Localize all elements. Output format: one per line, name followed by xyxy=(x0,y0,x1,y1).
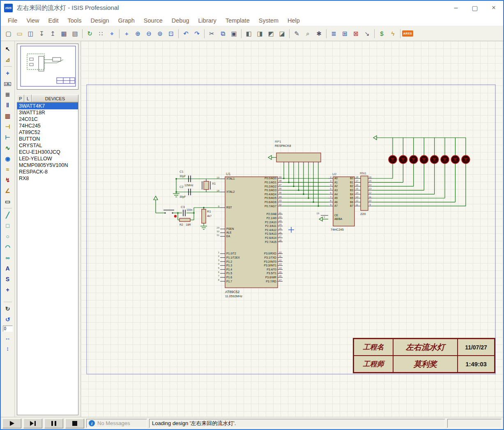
find-part-button[interactable]: ⌕ xyxy=(303,28,313,39)
rotate-clockwise-button[interactable]: ↻ xyxy=(3,304,13,314)
device-list-item[interactable]: 3WATT18R xyxy=(17,109,78,116)
block-delete-button[interactable]: ◪ xyxy=(277,28,287,39)
block-rotate-button[interactable]: ◩ xyxy=(266,28,276,39)
junction-dot-mode-button[interactable]: + xyxy=(3,68,13,78)
pan-tool-button[interactable]: + xyxy=(122,28,132,39)
current-probe-mode-button[interactable]: ∠ xyxy=(3,186,13,196)
sim-play-button[interactable] xyxy=(2,418,21,428)
zoom-area-button[interactable]: ⊡ xyxy=(166,28,176,39)
path-2d-button[interactable]: ∞ xyxy=(3,253,13,263)
message-panel[interactable]: i No Messages xyxy=(86,419,147,428)
device-list-item[interactable]: LED-YELLOW xyxy=(17,155,78,162)
line-2d-button[interactable]: ╱ xyxy=(3,210,13,220)
menu-item-file[interactable]: File xyxy=(3,16,22,25)
mirror-vertical-button[interactable]: ↕ xyxy=(3,344,13,354)
menu-item-design[interactable]: Design xyxy=(86,16,113,25)
print-button[interactable]: ▦ xyxy=(59,28,69,39)
selection-mode-button[interactable]: ↖ xyxy=(3,44,13,54)
menu-item-tools[interactable]: Tools xyxy=(63,16,86,25)
marker-2d-button[interactable]: + xyxy=(3,285,13,295)
mirror-horizontal-button[interactable]: ↔ xyxy=(3,333,13,343)
bill-of-materials-button[interactable]: $ xyxy=(377,28,387,39)
subcircuit-mode-button[interactable]: ▥ xyxy=(3,111,13,121)
arc-2d-button[interactable]: ◠ xyxy=(3,242,13,252)
zoom-all-button[interactable]: ⊚ xyxy=(155,28,165,39)
tape-recorder-mode-button[interactable]: ◉ xyxy=(3,154,13,164)
minimize-button[interactable]: – xyxy=(446,1,465,15)
text-script-mode-button[interactable]: ≣ xyxy=(3,90,13,99)
close-button[interactable]: × xyxy=(484,1,503,15)
redraw-button[interactable]: ↻ xyxy=(85,28,95,39)
electrical-rule-check-button[interactable]: ϟ xyxy=(388,28,398,39)
overview-minimap[interactable] xyxy=(17,44,78,90)
zoom-in-button[interactable]: ⊕ xyxy=(133,28,143,39)
graph-mode-button[interactable]: ∿ xyxy=(3,143,13,153)
undo-button[interactable]: ↶ xyxy=(181,28,191,39)
sim-stop-button[interactable] xyxy=(65,418,84,428)
menu-item-help[interactable]: Help xyxy=(283,16,304,25)
device-list-item[interactable]: 24C01C xyxy=(17,116,78,123)
symbol-2d-button[interactable]: S xyxy=(3,274,13,284)
new-sheet-button[interactable]: ⊞ xyxy=(340,28,350,39)
device-pin-mode-button[interactable]: ⊢ xyxy=(3,132,13,142)
block-move-button[interactable]: ◨ xyxy=(255,28,265,39)
reset-circuit[interactable]: C3100nR14k7R218R xyxy=(163,205,212,226)
sim-pause-button[interactable] xyxy=(44,418,63,428)
device-list-item[interactable]: 74HC245 xyxy=(17,123,78,129)
menu-item-graph[interactable]: Graph xyxy=(114,16,139,25)
block-copy-button[interactable]: ◧ xyxy=(244,28,254,39)
menu-item-edit[interactable]: Edit xyxy=(44,16,63,25)
wires[interactable] xyxy=(154,136,466,229)
terminal-mode-button[interactable]: ⊣ xyxy=(3,122,13,132)
schematic-editor[interactable]: U1AT89C5211.0592MHz19XTAL118XTAL29RST29P… xyxy=(81,41,503,417)
rn1-resistor-network[interactable]: RN1220161514131211109 xyxy=(360,171,372,216)
new-file-button[interactable]: ▢ xyxy=(3,28,14,39)
menu-item-template[interactable]: Template xyxy=(221,16,254,25)
netlist-to-ares-button[interactable]: ARES xyxy=(403,28,413,39)
copy-button[interactable]: ⧉ xyxy=(218,28,228,39)
crystal-circuit[interactable]: X112MHzC130pFC230pF xyxy=(180,170,216,199)
led-array[interactable] xyxy=(389,155,470,164)
origin-button[interactable]: ⌖ xyxy=(107,28,117,39)
paste-button[interactable]: ▣ xyxy=(229,28,239,39)
rotate-anticlockwise-button[interactable]: ↺ xyxy=(3,314,13,324)
menu-item-view[interactable]: View xyxy=(22,16,44,25)
sim-step-button[interactable] xyxy=(23,418,42,428)
device-list-item[interactable]: BUTTON xyxy=(17,136,78,142)
box-2d-button[interactable]: □ xyxy=(3,221,13,231)
zoom-out-button[interactable]: ⊖ xyxy=(144,28,154,39)
device-list-item[interactable]: ECU-E1H300JCQ xyxy=(17,149,78,155)
edit-part-button[interactable]: ✎ xyxy=(292,28,302,39)
device-list-item[interactable]: 3WATT4K7 xyxy=(17,103,78,109)
goto-sheet-button[interactable]: ↘ xyxy=(362,28,372,39)
property-assignment-tool-button[interactable]: ✱ xyxy=(314,28,324,39)
redo-button[interactable]: ↷ xyxy=(192,28,202,39)
menu-item-debug[interactable]: Debug xyxy=(167,16,194,25)
export-section-button[interactable]: ↥ xyxy=(48,28,58,39)
bus-mode-button[interactable]: ‖ xyxy=(3,100,13,110)
u1-at89c52-chip[interactable]: U1AT89C5211.0592MHz19XTAL118XTAL29RST29P… xyxy=(216,172,283,298)
device-list-item[interactable]: AT89C52 xyxy=(17,129,78,136)
open-folder-button[interactable]: ▭ xyxy=(14,28,25,39)
import-section-button[interactable]: ↧ xyxy=(37,28,47,39)
maximize-button[interactable]: ▢ xyxy=(465,1,484,15)
save-file-button[interactable]: ◫ xyxy=(25,28,36,39)
cut-button[interactable]: ✂ xyxy=(207,28,217,39)
menu-item-library[interactable]: Library xyxy=(194,16,221,25)
device-list[interactable]: 3WATT4K73WATT18R24C01C74HC245AT89C52BUTT… xyxy=(17,102,78,415)
library-manager-button[interactable]: L xyxy=(24,95,32,102)
device-list-item[interactable]: CRYSTAL xyxy=(17,142,78,149)
wire-label-mode-button[interactable]: LBL xyxy=(3,79,13,89)
menu-item-system[interactable]: System xyxy=(254,16,283,25)
pick-devices-button[interactable]: P xyxy=(17,95,24,102)
rp1-respack[interactable]: RP1RESPACK8 xyxy=(275,140,321,164)
text-2d-button[interactable]: A xyxy=(3,264,13,273)
device-list-item[interactable]: RESPACK-8 xyxy=(17,169,78,175)
design-explorer-button[interactable]: ≣ xyxy=(329,28,339,39)
component-mode-button[interactable]: ⊿ xyxy=(3,55,13,65)
device-list-item[interactable]: RX8 xyxy=(17,175,78,182)
generator-mode-button[interactable]: ≈ xyxy=(3,164,13,174)
device-list-item[interactable]: MCMP0805Y5V100N xyxy=(17,162,78,169)
toggle-grid-button[interactable]: ∷ xyxy=(96,28,106,39)
menu-item-source[interactable]: Source xyxy=(139,16,167,25)
